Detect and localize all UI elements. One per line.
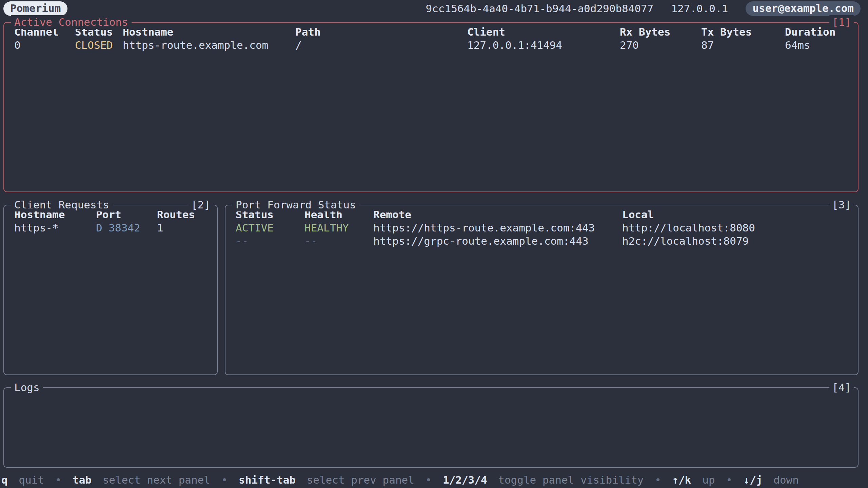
shortcut-desc-prev-panel: select prev panel (307, 474, 414, 486)
cell-health: -- (304, 235, 373, 248)
separator-dot: • (726, 474, 732, 486)
cell-path: / (295, 39, 467, 52)
port-forward-table: Status Health Remote Local ACTIVE HEALTH… (225, 205, 858, 248)
column-header-local: Local (622, 208, 654, 221)
shortcut-desc-next-panel: select next panel (103, 474, 210, 486)
panel-title-port-forward-status: Port Forward Status (232, 198, 359, 211)
column-header-remote: Remote (373, 208, 622, 221)
shortcut-key-next-panel: tab (73, 474, 92, 486)
session-id: 9cc1564b-4a40-4b71-b944-a0d290b84077 (426, 2, 654, 15)
panel-client-requests[interactable]: Client Requests [2] Hostname Port Routes… (3, 205, 218, 375)
panel-port-forward-status[interactable]: Port Forward Status [3] Status Health Re… (225, 205, 859, 375)
separator-dot: • (55, 474, 62, 486)
shortcut-key-prev-panel: shift-tab (239, 474, 296, 486)
top-bar-right: 9cc1564b-4a40-4b71-b944-a0d290b84077 127… (426, 1, 861, 16)
shortcut-desc-quit: quit (19, 474, 44, 486)
panel-logs[interactable]: Logs [4] (3, 387, 859, 468)
panel-index-2: [2] (189, 198, 213, 211)
cell-port: D 38342 (96, 221, 157, 235)
cell-tx-bytes: 87 (701, 39, 785, 52)
table-row[interactable]: 0 CLOSED https-route.example.com / 127.0… (14, 39, 858, 52)
cell-status: -- (236, 235, 304, 248)
panel-title-logs: Logs (11, 381, 43, 394)
cell-duration: 64ms (785, 39, 810, 52)
cell-hostname: https-route.example.com (123, 39, 295, 52)
table-row[interactable]: -- -- https://grpc-route.example.com:443… (236, 235, 858, 248)
cell-channel: 0 (14, 39, 75, 52)
cell-hostname: https-* (14, 221, 96, 235)
cell-client: 127.0.0.1:41494 (467, 39, 620, 52)
panel-title-client-requests: Client Requests (11, 198, 113, 211)
panel-index-1: [1] (829, 15, 854, 29)
separator-dot: • (221, 474, 228, 486)
shortcut-desc-up: up (702, 474, 715, 486)
shortcut-key-quit: q (1, 474, 8, 486)
column-header-tx-bytes: Tx Bytes (701, 25, 785, 39)
separator-dot: • (655, 474, 661, 486)
top-bar: Pomerium 9cc1564b-4a40-4b71-b944-a0d290b… (0, 0, 868, 16)
panel-index-4: [4] (829, 381, 854, 394)
column-header-hostname: Hostname (123, 25, 295, 39)
separator-dot: • (426, 474, 432, 486)
cell-status: CLOSED (75, 39, 123, 52)
shortcut-help-bar: q quit • tab select next panel • shift-t… (0, 473, 868, 487)
cell-local: h2c://localhost:8079 (622, 235, 749, 248)
cell-routes: 1 (157, 221, 163, 235)
column-header-path: Path (295, 25, 467, 39)
table-row[interactable]: ACTIVE HEALTHY https://https-route.examp… (236, 221, 858, 235)
table-row[interactable]: https-* D 38342 1 (14, 221, 217, 235)
cell-status: ACTIVE (236, 221, 304, 235)
brand-badge: Pomerium (3, 1, 67, 16)
cell-local: http://localhost:8080 (622, 221, 755, 235)
shortcut-key-up: ↑/k (672, 474, 691, 486)
shortcut-key-toggle-panels: 1/2/3/4 (443, 474, 487, 486)
column-header-rx-bytes: Rx Bytes (620, 25, 701, 39)
middle-panel-row: Client Requests [2] Hostname Port Routes… (3, 205, 859, 375)
shortcut-desc-toggle-panels: toggle panel visibility (498, 474, 644, 486)
column-header-client: Client (467, 25, 620, 39)
panel-active-connections[interactable]: Active Connections [1] Channel Status Ho… (3, 22, 859, 192)
panel-index-3: [3] (829, 198, 854, 211)
cell-remote: https://https-route.example.com:443 (373, 221, 622, 235)
cell-rx-bytes: 270 (620, 39, 701, 52)
cell-remote: https://grpc-route.example.com:443 (373, 235, 622, 248)
active-connections-header-row: Channel Status Hostname Path Client Rx B… (14, 25, 858, 39)
host-ip: 127.0.0.1 (671, 2, 728, 15)
shortcut-key-down: ↓/j (744, 474, 763, 486)
logs-content (4, 388, 858, 391)
user-badge: user@example.com (746, 1, 861, 16)
active-connections-table: Channel Status Hostname Path Client Rx B… (4, 23, 858, 52)
column-header-duration: Duration (785, 25, 835, 39)
cell-health: HEALTHY (304, 221, 373, 235)
shortcut-desc-down: down (773, 474, 799, 486)
panel-title-active-connections: Active Connections (11, 15, 132, 29)
